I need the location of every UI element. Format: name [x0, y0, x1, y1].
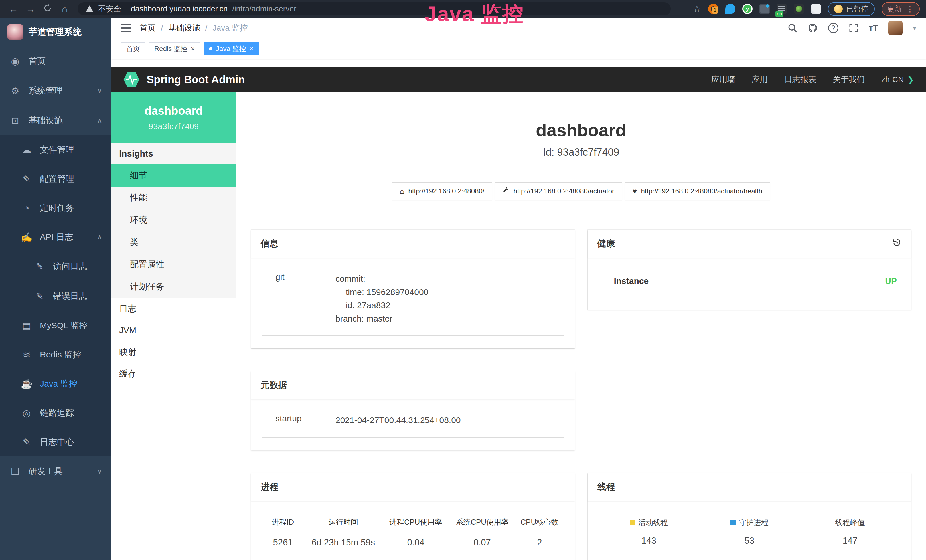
instance-header[interactable]: dashboard 93a3fc7f7409	[111, 92, 236, 143]
menu-item-logs[interactable]: 日志	[111, 298, 236, 319]
active-dot-icon	[209, 47, 212, 50]
extension-grid-icon[interactable]	[760, 4, 770, 14]
search-icon[interactable]	[788, 23, 797, 33]
sidebar-item-home[interactable]: ◉ 首页	[0, 46, 111, 76]
sidebar-item-config-mgmt[interactable]: ✎ 配置管理	[0, 164, 111, 194]
app-logo-row: 芋道管理系统	[0, 18, 111, 46]
sidebar-item-mysql-monitor[interactable]: ▤ MySQL 监控	[0, 311, 111, 340]
threads-card: 线程 活动线程 143 守护进程	[588, 473, 911, 560]
sidebar-item-redis-monitor[interactable]: ≋ Redis 监控	[0, 340, 111, 369]
app-row: 芋道管理系统 ◉ 首页 ⚙ 系统管理 ∨ ⊡ 基础设施 ∧ ☁ 文件管理	[0, 18, 926, 560]
menu-item-jvm[interactable]: JVM	[111, 319, 236, 341]
process-val-pid: 5261	[262, 537, 304, 548]
tags-bar: 首页 Redis 监控 × Java 监控 ×	[111, 38, 926, 59]
redis-icon: ≋	[21, 349, 33, 360]
sidebar-item-access-logs[interactable]: ✎ 访问日志	[0, 251, 111, 281]
menu-item-classes[interactable]: 类	[111, 231, 236, 253]
daemon-threads-value: 53	[699, 536, 800, 546]
sidebar-item-scheduled-jobs[interactable]: ◔ 定时任务	[0, 194, 111, 222]
endpoint-actuator-button[interactable]: http://192.168.0.2:48080/actuator	[495, 182, 622, 200]
tag-redis-monitor[interactable]: Redis 监控 ×	[149, 42, 200, 55]
process-col-sys-cpu: 系统CPU使用率	[449, 517, 515, 527]
extension-leaf-icon[interactable]	[794, 4, 804, 14]
sba-link-about[interactable]: 关于我们	[833, 74, 865, 85]
help-icon[interactable]: ?	[828, 23, 838, 33]
close-icon[interactable]: ×	[249, 45, 253, 53]
cloud-upload-icon: ☁	[21, 144, 33, 156]
hamburger-icon[interactable]	[121, 24, 131, 32]
metadata-card: 元数据 startup 2021-04-27T00:44:31.254+08:0…	[251, 371, 575, 450]
process-card: 进程 进程ID 运行时间 进程CPU使用率 系统CPU使用率 CPU核心数 52…	[251, 473, 575, 560]
close-icon[interactable]: ×	[191, 45, 195, 53]
forward-icon[interactable]: →	[23, 3, 38, 15]
sidebar-item-infra[interactable]: ⊡ 基础设施 ∧	[0, 106, 111, 135]
locale-selector[interactable]: zh-CN ❯︎	[881, 75, 914, 85]
process-col-pid: 进程ID	[262, 517, 304, 527]
daemon-threads-swatch	[730, 520, 736, 525]
spring-boot-admin-frame: Spring Boot Admin 应用墙 应用 日志报表 关于我们 zh-CN…	[111, 67, 926, 560]
endpoint-buttons: ⌂ http://192.168.0.2:48080/ http://192.1…	[392, 182, 770, 200]
sidebar-item-file-mgmt[interactable]: ☁ 文件管理	[0, 135, 111, 164]
menu-section-insights: Insights	[111, 143, 236, 164]
sba-brand[interactable]: Spring Boot Admin	[123, 71, 245, 88]
extension-on-badge: on	[775, 11, 784, 17]
endpoint-health-button[interactable]: ♥ http://192.168.0.2:48080/actuator/heal…	[625, 182, 770, 200]
history-icon[interactable]	[892, 238, 902, 249]
sba-main: dashboard Id: 93a3fc7f7409 ⌂ http://192.…	[236, 92, 926, 560]
info-card: 信息 git commit: time: 1596289704000 id: 2…	[251, 230, 575, 348]
menu-item-metrics[interactable]: 性能	[111, 186, 236, 209]
chevron-up-icon: ∧	[97, 233, 102, 241]
live-threads-label: 活动线程	[638, 518, 668, 528]
status-badge: UP	[885, 276, 897, 286]
security-warning-icon[interactable]	[86, 5, 94, 12]
menu-item-caches[interactable]: 缓存	[111, 363, 236, 384]
update-button[interactable]: 更新 ⋮	[882, 2, 920, 16]
browser-extensions-area: ☆ 1 y on 已暂停 更新 ⋮	[693, 2, 920, 16]
extension-list-icon[interactable]: on	[776, 4, 787, 14]
paused-profile-pill[interactable]: 已暂停	[828, 2, 875, 16]
extension-y-icon[interactable]: y	[742, 4, 753, 14]
sidebar-item-system[interactable]: ⚙ 系统管理 ∨	[0, 76, 111, 106]
menu-item-environment[interactable]: 环境	[111, 209, 236, 231]
process-col-uptime: 运行时间	[304, 517, 383, 527]
extension-donut-icon[interactable]: 1	[708, 4, 719, 14]
user-avatar[interactable]	[888, 21, 903, 35]
sba-link-applications[interactable]: 应用	[752, 74, 768, 85]
url-bar[interactable]: 不安全 dashboard.yudao.iocoder.cn/infra/adm…	[77, 2, 671, 15]
sidebar-item-error-logs[interactable]: ✎ 错误日志	[0, 281, 111, 311]
paused-label: 已暂停	[846, 4, 869, 14]
extensions-puzzle-icon[interactable]	[811, 4, 821, 14]
bookmark-star-icon[interactable]: ☆	[693, 3, 701, 15]
metadata-startup-value: 2021-04-27T00:44:31.254+08:00	[335, 414, 461, 427]
menu-item-config-props[interactable]: 配置属性	[111, 253, 236, 275]
back-icon[interactable]: ←	[6, 3, 21, 15]
user-caret-icon[interactable]: ▾	[913, 24, 916, 32]
sba-link-wallboard[interactable]: 应用墙	[711, 74, 735, 85]
tag-home[interactable]: 首页	[121, 42, 145, 55]
sidebar-item-java-monitor[interactable]: ☕ Java 监控	[0, 369, 111, 398]
url-host: dashboard.yudao.iocoder.cn	[131, 5, 228, 14]
github-icon[interactable]	[808, 23, 818, 33]
extension-pin-icon[interactable]	[725, 4, 735, 14]
endpoint-home-button[interactable]: ⌂ http://192.168.0.2:48080/	[392, 182, 492, 200]
breadcrumb-infra[interactable]: 基础设施	[168, 23, 200, 33]
infra-submenu: ☁ 文件管理 ✎ 配置管理 ◔ 定时任务 ✍ API 日志 ∧ ✎	[0, 135, 111, 456]
sba-link-journal[interactable]: 日志报表	[784, 74, 816, 85]
menu-item-details[interactable]: 细节	[111, 164, 236, 186]
font-size-icon[interactable]: тT	[869, 23, 878, 33]
breadcrumb-home[interactable]: 首页	[140, 23, 156, 33]
menu-item-mappings[interactable]: 映射	[111, 341, 236, 363]
app-logo-avatar	[8, 24, 23, 40]
tag-java-monitor[interactable]: Java 监控 ×	[204, 42, 259, 55]
sidebar-item-api-logs[interactable]: ✍ API 日志 ∧	[0, 222, 111, 251]
reload-icon[interactable]	[41, 3, 55, 15]
fullscreen-icon[interactable]	[849, 23, 858, 33]
browser-menu-icon[interactable]: ⋮	[906, 4, 914, 14]
menu-item-scheduled-tasks[interactable]: 计划任务	[111, 275, 236, 298]
sidebar-item-tracing[interactable]: ◎ 链路追踪	[0, 398, 111, 427]
sidebar-item-dev-tools[interactable]: ❏ 研发工具 ∨	[0, 456, 111, 486]
process-val-uptime: 6d 23h 15m 59s	[304, 537, 383, 548]
breadcrumb: 首页 / 基础设施 / Java 监控	[140, 23, 248, 33]
home-icon[interactable]: ⌂	[57, 3, 72, 15]
sidebar-item-log-center[interactable]: ✎ 日志中心	[0, 427, 111, 456]
